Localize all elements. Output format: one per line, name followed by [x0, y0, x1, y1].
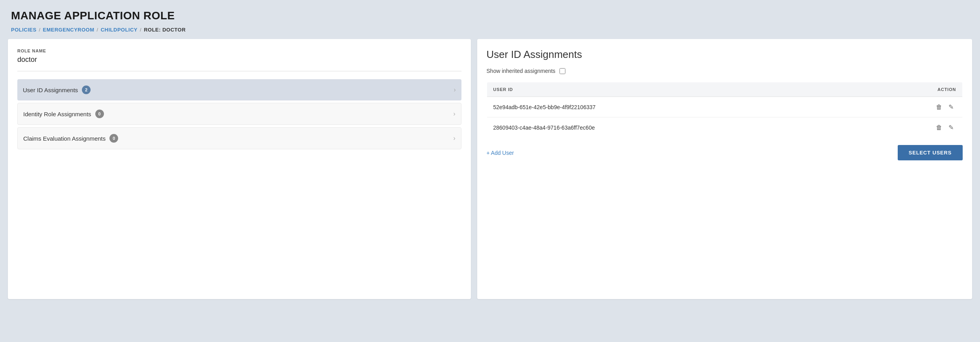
add-user-link[interactable]: + Add User: [487, 150, 514, 156]
badge-identity-role: 0: [95, 110, 104, 118]
left-panel: ROLE NAME doctor User ID Assignments 2 ›…: [8, 39, 471, 299]
assignment-item-user-id[interactable]: User ID Assignments 2 ›: [17, 79, 461, 100]
col-header-user-id: USER ID: [487, 82, 851, 97]
assignment-label-user-id: User ID Assignments: [23, 87, 78, 93]
action-cell: 🗑 ✎: [851, 97, 963, 117]
right-panel-title: User ID Assignments: [487, 48, 963, 61]
chevron-right-icon-2: ›: [453, 110, 455, 117]
breadcrumb-sep-2: /: [97, 27, 98, 33]
breadcrumb: POLICIES / EMERGENCYROOM / CHILDPOLICY /…: [11, 27, 969, 33]
delete-button[interactable]: 🗑: [934, 103, 945, 112]
badge-claims: 0: [109, 134, 118, 143]
user-id-cell: 52e94adb-651e-42e5-bb9e-4f9f22106337: [487, 97, 851, 117]
role-name-label: ROLE NAME: [17, 48, 461, 53]
show-inherited-row: Show inherited assignments: [487, 68, 963, 74]
page-header: MANAGE APPLICATION ROLE POLICIES / EMERG…: [0, 0, 980, 39]
breadcrumb-childpolicy[interactable]: CHILDPOLICY: [101, 27, 138, 33]
role-name-value: doctor: [17, 56, 461, 71]
table-row: 28609403-c4ae-48a4-9716-63a6ff7ec60e 🗑 ✎: [487, 117, 962, 138]
delete-button[interactable]: 🗑: [934, 123, 945, 132]
table-header-row: USER ID ACTION: [487, 82, 962, 97]
action-cell: 🗑 ✎: [851, 117, 963, 138]
breadcrumb-policies[interactable]: POLICIES: [11, 27, 37, 33]
table-row: 52e94adb-651e-42e5-bb9e-4f9f22106337 🗑 ✎: [487, 97, 962, 117]
assignment-item-claims[interactable]: Claims Evaluation Assignments 0 ›: [17, 127, 461, 149]
select-users-button[interactable]: SELECT USERS: [898, 145, 963, 160]
assignment-label-identity-role: Identity Role Assignments: [23, 111, 91, 117]
chevron-right-icon-3: ›: [453, 135, 455, 142]
table-footer: + Add User SELECT USERS: [487, 145, 963, 160]
page-title: MANAGE APPLICATION ROLE: [11, 9, 969, 22]
show-inherited-label: Show inherited assignments: [487, 68, 556, 74]
user-id-cell: 28609403-c4ae-48a4-9716-63a6ff7ec60e: [487, 117, 851, 138]
assignment-list: User ID Assignments 2 › Identity Role As…: [17, 79, 461, 149]
right-panel: User ID Assignments Show inherited assig…: [477, 39, 972, 299]
edit-button[interactable]: ✎: [946, 102, 956, 112]
assignment-label-claims: Claims Evaluation Assignments: [23, 135, 106, 142]
show-inherited-checkbox[interactable]: [559, 68, 565, 74]
badge-user-id: 2: [82, 86, 91, 94]
col-header-action: ACTION: [851, 82, 963, 97]
assignment-item-identity-role[interactable]: Identity Role Assignments 0 ›: [17, 103, 461, 125]
breadcrumb-sep-3: /: [140, 27, 141, 33]
user-id-table: USER ID ACTION 52e94adb-651e-42e5-bb9e-4…: [487, 82, 963, 138]
chevron-right-icon: ›: [454, 86, 456, 93]
breadcrumb-emergencyroom[interactable]: EMERGENCYROOM: [43, 27, 94, 33]
breadcrumb-sep-1: /: [39, 27, 41, 33]
edit-button[interactable]: ✎: [946, 123, 956, 132]
breadcrumb-current: ROLE: DOCTOR: [144, 27, 185, 33]
main-container: ROLE NAME doctor User ID Assignments 2 ›…: [0, 39, 980, 307]
